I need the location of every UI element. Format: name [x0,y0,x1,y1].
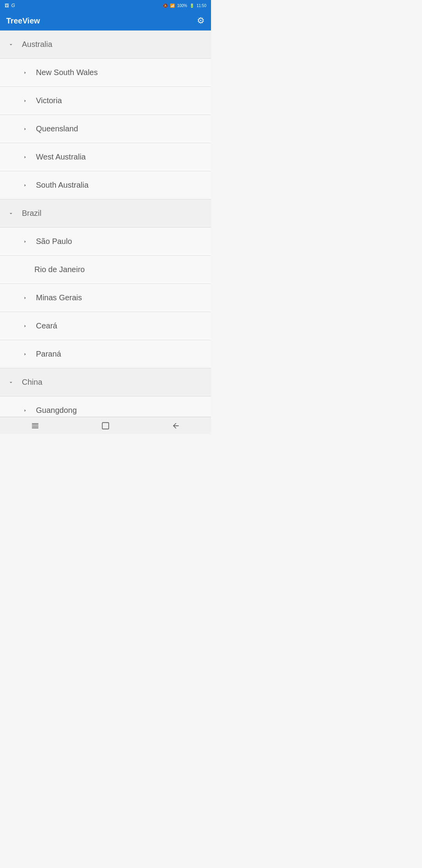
tree-item-brazil[interactable]: Brazil [0,199,211,228]
country-label-brazil: Brazil [22,209,41,218]
label-sa: South Australia [36,181,89,190]
chevron-right-icon [20,406,30,415]
status-left-icons: 🖼 G [5,3,15,8]
label-rio: Rio de Janeiro [34,265,85,274]
chevron-right-icon [20,124,30,134]
chevron-right-icon [20,152,30,162]
label-victoria: Victoria [36,96,62,105]
tree-item-victoria[interactable]: Victoria [0,87,211,115]
tree-item-saopaulo[interactable]: São Paulo [0,228,211,256]
status-right-icons: 🔕 📶 100% 🔋 11:50 [163,4,206,8]
label-queensland: Queensland [36,124,78,133]
label-nsw: New South Wales [36,68,98,77]
tree-item-rio[interactable]: Rio de Janeiro [0,256,211,284]
label-ceara: Ceará [36,321,57,330]
tree-item-australia[interactable]: Australia [0,30,211,59]
label-parana: Paraná [36,350,61,359]
tree-item-guangdong[interactable]: Guangdong [0,396,211,417]
chevron-down-icon [6,40,16,49]
label-saopaulo: São Paulo [36,237,72,246]
chevron-down-icon [6,209,16,218]
chevron-right-icon [20,68,30,77]
chevron-right-icon [20,293,30,303]
tree-item-ceara[interactable]: Ceará [0,312,211,340]
battery-text: 100% [177,4,187,8]
app-title: TreeView [6,16,40,25]
time-display: 11:50 [197,4,206,8]
battery-icon: 🔋 [190,4,194,8]
chevron-right-icon [20,321,30,331]
back-button[interactable] [164,417,188,434]
tree-item-parana[interactable]: Paraná [0,340,211,368]
chevron-right-icon [20,96,30,106]
chevron-right-icon [20,350,30,359]
g-icon: G [11,3,15,8]
wifi-icon: 📶 [170,4,175,8]
nav-bar [0,417,211,434]
tree-item-minas[interactable]: Minas Gerais [0,284,211,312]
label-wa: West Australia [36,152,86,161]
chevron-right-icon [20,181,30,190]
label-guangdong: Guangdong [36,406,77,415]
label-minas: Minas Gerais [36,293,82,302]
status-bar: 🖼 G 🔕 📶 100% 🔋 11:50 [0,0,211,11]
country-label-australia: Australia [22,40,52,49]
tree-item-queensland[interactable]: Queensland [0,115,211,143]
app-bar: TreeView ⚙ [0,11,211,30]
recent-apps-button[interactable] [23,417,47,434]
svg-rect-0 [102,422,109,429]
tree-item-sa[interactable]: South Australia [0,171,211,199]
home-button[interactable] [94,417,117,434]
tree-item-wa[interactable]: West Australia [0,143,211,171]
photo-icon: 🖼 [5,3,9,8]
mute-icon: 🔕 [163,4,168,8]
settings-icon[interactable]: ⚙ [197,16,205,26]
chevron-down-icon [6,378,16,387]
country-label-china: China [22,378,42,387]
tree-item-china[interactable]: China [0,368,211,396]
tree-view: Australia New South Wales Victoria Queen… [0,30,211,417]
chevron-right-icon [20,237,30,246]
tree-item-nsw[interactable]: New South Wales [0,59,211,87]
